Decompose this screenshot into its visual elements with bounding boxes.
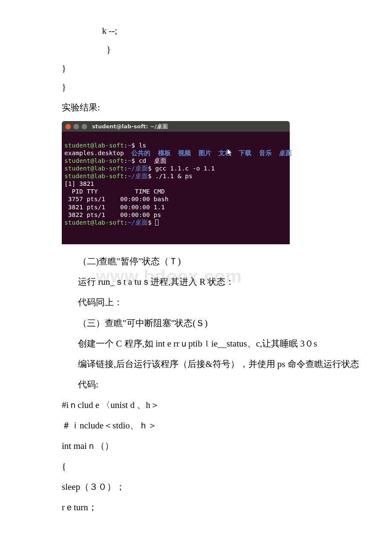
cmd: ls xyxy=(139,142,146,149)
close-icon[interactable] xyxy=(65,124,71,130)
code-line: #iｎclud e 〈unist d 、h＞ xyxy=(62,396,341,414)
maximize-icon[interactable] xyxy=(81,124,87,130)
code-line: } xyxy=(62,59,341,78)
ls-dirs: 公共的 模板 视频 图片 文档 下载 音乐 桌面 xyxy=(124,150,292,156)
code-line: sleep（３０）； xyxy=(62,477,341,496)
section-heading: （三）查瞧"可中断阻塞"状态(Ｓ) xyxy=(62,314,341,332)
page-content: k --; } } } 实验结果: student@lab-soft: ~/桌面… xyxy=(0,21,392,353)
terminal-title: student@lab-soft: ~/桌面 xyxy=(92,123,168,130)
job-id: [1] 3821 xyxy=(64,180,94,187)
ps-row: 3821 pts/1 00:00:00 1.1 xyxy=(64,204,165,211)
code-line: ＃ｉnclude＜stdio、ｈ＞ xyxy=(62,416,341,435)
code-line: { xyxy=(62,457,341,476)
cmd: gcc 1.1.c -o 1.1 xyxy=(155,165,215,172)
ls-file: examples.desktop xyxy=(64,150,124,156)
page-content-lower: 代码: #iｎclud e 〈unist d 、h＞ ＃ｉnclude＜stdi… xyxy=(0,375,392,517)
terminal-titlebar: student@lab-soft: ~/桌面 xyxy=(62,121,290,132)
terminal-window: student@lab-soft: ~/桌面 student@lab-soft:… xyxy=(62,121,290,244)
terminal-body[interactable]: student@lab-soft:~$ ls examples.desktop … xyxy=(62,132,290,244)
code-line: rｅturn； xyxy=(62,498,341,517)
result-label: 实验结果: xyxy=(62,98,341,117)
paragraph: 运行 run_ｓt a tuｓ进程,其进入 R 状态： xyxy=(62,272,341,291)
prompt-path: ~ xyxy=(127,142,131,149)
paragraph: 代码: xyxy=(62,375,341,394)
watermark-host: www.bdocx.com 运行 run_ｓt a tuｓ进程,其进入 R 状态… xyxy=(62,272,341,291)
paragraph-block: 编译链接,后台运行该程序（后接&符号），并使用 ps 命令查瞧运行状态 xyxy=(0,355,392,373)
minimize-icon[interactable] xyxy=(73,124,79,130)
code-line: k --; xyxy=(62,21,341,40)
paragraph: 代码同上： xyxy=(62,293,341,312)
code-line: int maiｎ（） xyxy=(62,436,341,455)
paragraph: 创建一个 C 程序,如 int e rrｕptibｌie__status、c,让… xyxy=(62,334,341,353)
prompt-user: student@lab-soft xyxy=(64,142,124,149)
ps-header: PID TTY TIME CMD xyxy=(64,188,165,195)
ps-row: 3822 pts/1 00:00:00 ps xyxy=(64,211,161,218)
terminal-cursor xyxy=(155,220,159,225)
cmd: ./1.1 & ps xyxy=(155,173,192,179)
ps-row: 3757 pts/1 00:00:00 bash xyxy=(64,196,168,202)
code-line: } xyxy=(62,78,341,96)
code-line: } xyxy=(62,40,341,59)
mouse-pointer-icon xyxy=(227,133,233,141)
paragraph: 编译链接,后台运行该程序（后接&符号），并使用 ps 命令查瞧运行状态 xyxy=(62,355,369,373)
cmd: cd 桌面 xyxy=(139,157,167,164)
section-heading: （二)查瞧"暂停"状态（Ｔ) xyxy=(62,252,341,271)
